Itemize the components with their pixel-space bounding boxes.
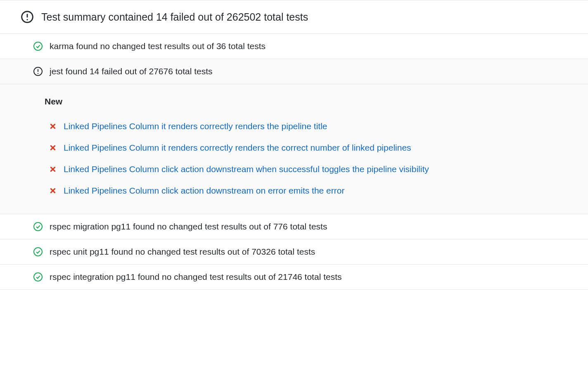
check-circle-icon bbox=[33, 272, 43, 282]
failed-test-row: Linked Pipelines Column it renders corre… bbox=[45, 116, 581, 137]
fail-x-icon bbox=[45, 123, 64, 130]
suite-row-jest[interactable]: jest found 14 failed out of 27676 total … bbox=[0, 59, 588, 84]
check-circle-icon bbox=[33, 247, 43, 257]
failed-test-link[interactable]: Linked Pipelines Column it renders corre… bbox=[64, 121, 327, 131]
new-tests-heading: New bbox=[45, 97, 581, 106]
warning-icon bbox=[21, 10, 34, 24]
failed-test-row: Linked Pipelines Column click action dow… bbox=[45, 158, 581, 180]
suite-text: rspec migration pg11 found no changed te… bbox=[50, 222, 327, 232]
suite-row-rspec-migration[interactable]: rspec migration pg11 found no changed te… bbox=[0, 214, 588, 239]
suite-row-rspec-integration[interactable]: rspec integration pg11 found no changed … bbox=[0, 265, 588, 290]
warning-icon bbox=[33, 66, 43, 76]
failed-test-row: Linked Pipelines Column it renders corre… bbox=[45, 137, 581, 158]
suite-details-jest: New Linked Pipelines Column it renders c… bbox=[0, 84, 588, 214]
failed-test-link[interactable]: Linked Pipelines Column click action dow… bbox=[64, 164, 429, 174]
svg-point-17 bbox=[34, 273, 42, 281]
failed-test-row: Linked Pipelines Column click action dow… bbox=[45, 180, 581, 201]
suite-row-karma[interactable]: karma found no changed test results out … bbox=[0, 34, 588, 59]
failed-test-link[interactable]: Linked Pipelines Column it renders corre… bbox=[64, 143, 411, 153]
suite-text: rspec unit pg11 found no changed test re… bbox=[50, 247, 315, 257]
test-summary-row[interactable]: Test summary contained 14 failed out of … bbox=[0, 0, 588, 34]
svg-point-6 bbox=[38, 73, 38, 74]
failed-test-link[interactable]: Linked Pipelines Column click action dow… bbox=[64, 186, 344, 196]
svg-point-15 bbox=[34, 222, 42, 231]
fail-x-icon bbox=[45, 144, 64, 151]
fail-x-icon bbox=[45, 166, 64, 173]
check-circle-icon bbox=[33, 222, 43, 232]
suite-text: rspec integration pg11 found no changed … bbox=[50, 272, 341, 282]
svg-point-16 bbox=[34, 248, 42, 256]
fail-x-icon bbox=[45, 187, 64, 194]
svg-point-3 bbox=[34, 42, 42, 50]
suite-text: jest found 14 failed out of 27676 total … bbox=[50, 66, 213, 76]
test-report-panel: Test summary contained 14 failed out of … bbox=[0, 0, 588, 290]
test-summary-text: Test summary contained 14 failed out of … bbox=[41, 11, 308, 23]
svg-point-2 bbox=[26, 19, 28, 20]
suite-text: karma found no changed test results out … bbox=[50, 41, 266, 51]
check-circle-icon bbox=[33, 41, 43, 51]
suite-row-rspec-unit[interactable]: rspec unit pg11 found no changed test re… bbox=[0, 239, 588, 265]
